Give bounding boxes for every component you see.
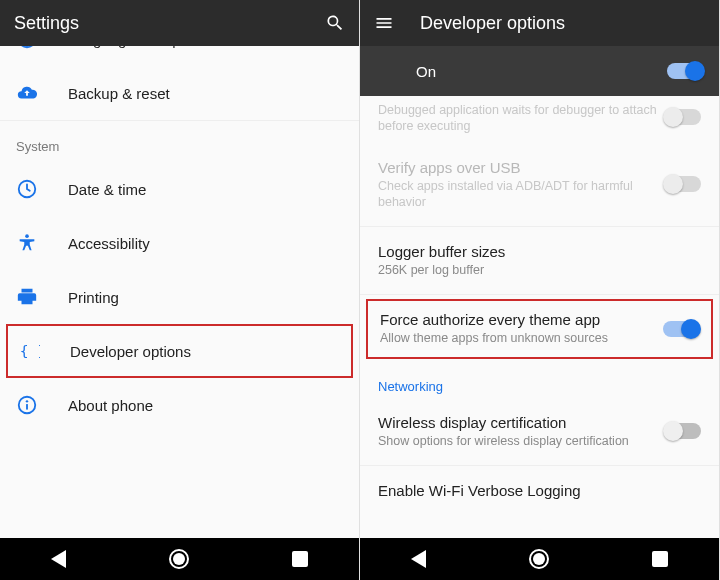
setting-item-languages[interactable]: Languages & input bbox=[0, 46, 359, 66]
nav-recents-icon[interactable] bbox=[292, 551, 308, 567]
item-title: Enable Wi-Fi Verbose Logging bbox=[378, 482, 693, 499]
appbar-title: Settings bbox=[14, 13, 325, 34]
globe-icon bbox=[16, 46, 68, 50]
dev-item-wait-debugger: Debugged application waits for debugger … bbox=[360, 96, 719, 147]
item-label: Languages & input bbox=[68, 46, 343, 48]
android-navbar bbox=[360, 538, 719, 580]
setting-item-printing[interactable]: Printing bbox=[0, 270, 359, 324]
developer-list[interactable]: Debugged application waits for debugger … bbox=[360, 96, 719, 538]
cloud-upload-icon bbox=[16, 82, 68, 104]
divider bbox=[360, 226, 719, 227]
left-screen: Settings Languages & input Backup & rese… bbox=[0, 0, 360, 580]
item-label: Backup & reset bbox=[68, 85, 343, 102]
search-icon[interactable] bbox=[325, 13, 345, 33]
braces-icon: { } bbox=[18, 340, 70, 362]
section-header-system: System bbox=[0, 121, 359, 162]
hamburger-icon[interactable] bbox=[374, 13, 394, 33]
master-toggle-label: On bbox=[416, 63, 436, 80]
clock-icon bbox=[16, 178, 68, 200]
settings-list[interactable]: Languages & input Backup & reset System … bbox=[0, 46, 359, 538]
right-screen: Developer options On Debugged applicatio… bbox=[360, 0, 720, 580]
android-navbar bbox=[0, 538, 359, 580]
svg-text:{ }: { } bbox=[20, 342, 40, 359]
item-title: Force authorize every theme app bbox=[380, 311, 655, 328]
toggle-switch bbox=[665, 176, 701, 192]
item-sub: Check apps installed via ADB/ADT for har… bbox=[378, 178, 657, 211]
dev-item-logger-buffer[interactable]: Logger buffer sizes 256K per log buffer bbox=[360, 231, 719, 290]
setting-item-date-time[interactable]: Date & time bbox=[0, 162, 359, 216]
item-title: Verify apps over USB bbox=[378, 159, 657, 176]
toggle-switch[interactable] bbox=[665, 423, 701, 439]
svg-point-2 bbox=[25, 234, 29, 238]
item-sub: Show options for wireless display certif… bbox=[378, 433, 657, 449]
item-sub: 256K per log buffer bbox=[378, 262, 693, 278]
item-label: Printing bbox=[68, 289, 343, 306]
section-header-networking: Networking bbox=[360, 361, 719, 402]
appbar-title: Developer options bbox=[420, 13, 705, 34]
highlight-box: Force authorize every theme app Allow th… bbox=[366, 299, 713, 358]
setting-item-developer-options[interactable]: { } Developer options bbox=[8, 326, 351, 376]
dev-item-wifi-verbose[interactable]: Enable Wi-Fi Verbose Logging bbox=[360, 470, 719, 511]
svg-point-5 bbox=[26, 400, 28, 402]
highlight-box: { } Developer options bbox=[6, 324, 353, 378]
nav-recents-icon[interactable] bbox=[652, 551, 668, 567]
dev-item-force-authorize[interactable]: Force authorize every theme app Allow th… bbox=[368, 301, 711, 356]
setting-item-backup[interactable]: Backup & reset bbox=[0, 66, 359, 120]
dev-item-verify-usb: Verify apps over USB Check apps installe… bbox=[360, 147, 719, 223]
item-sub: Debugged application waits for debugger … bbox=[378, 102, 657, 135]
item-title: Wireless display certification bbox=[378, 414, 657, 431]
master-toggle-bar[interactable]: On bbox=[360, 46, 719, 96]
setting-item-about-phone[interactable]: About phone bbox=[0, 378, 359, 432]
item-sub: Allow theme apps from unknown sources bbox=[380, 330, 655, 346]
appbar-developer: Developer options bbox=[360, 0, 719, 46]
info-icon bbox=[16, 394, 68, 416]
nav-home-icon[interactable] bbox=[529, 549, 549, 569]
nav-home-icon[interactable] bbox=[169, 549, 189, 569]
toggle-switch bbox=[665, 109, 701, 125]
item-label: About phone bbox=[68, 397, 343, 414]
divider bbox=[360, 465, 719, 466]
appbar-settings: Settings bbox=[0, 0, 359, 46]
accessibility-icon bbox=[16, 232, 68, 254]
item-label: Accessibility bbox=[68, 235, 343, 252]
toggle-switch[interactable] bbox=[663, 321, 699, 337]
item-label: Developer options bbox=[70, 343, 341, 360]
divider bbox=[360, 294, 719, 295]
setting-item-accessibility[interactable]: Accessibility bbox=[0, 216, 359, 270]
dev-item-wireless-cert[interactable]: Wireless display certification Show opti… bbox=[360, 402, 719, 461]
nav-back-icon[interactable] bbox=[51, 550, 66, 568]
nav-back-icon[interactable] bbox=[411, 550, 426, 568]
master-toggle-switch[interactable] bbox=[667, 63, 703, 79]
printer-icon bbox=[16, 286, 68, 308]
svg-rect-6 bbox=[26, 404, 28, 410]
item-label: Date & time bbox=[68, 181, 343, 198]
item-title: Logger buffer sizes bbox=[378, 243, 693, 260]
